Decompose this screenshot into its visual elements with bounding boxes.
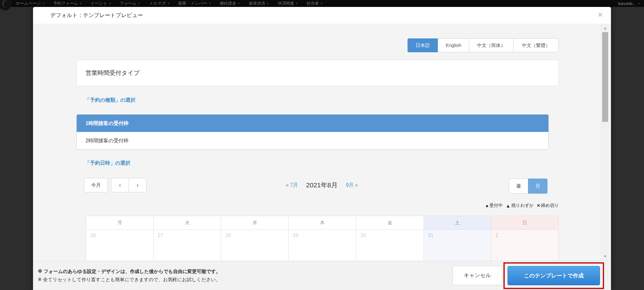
triangle-icon: ▲: [506, 203, 510, 208]
weekday-header-mon: 月: [86, 216, 154, 230]
nav-item-label: 継続課金: [220, 1, 236, 6]
availability-legend: ●受付中 ▲残りわずか ×締め切り: [486, 202, 559, 209]
nav-item-reservation-form[interactable]: 予約フォーム▼: [53, 1, 82, 6]
modal-scrollbar[interactable]: ▲ ▼: [601, 24, 609, 261]
calendar-cell[interactable]: 1: [491, 230, 559, 261]
scroll-down-icon[interactable]: ▼: [601, 254, 609, 258]
close-icon[interactable]: ×: [598, 10, 603, 20]
weekday-header-sat: 土: [424, 216, 491, 230]
nav-item-label: 担当者: [307, 1, 319, 6]
day-number: 31: [424, 230, 491, 238]
calendar-cell[interactable]: 30: [356, 230, 424, 261]
nav-item-form[interactable]: フォーム▼: [120, 1, 141, 6]
tab-chinese-traditional[interactable]: 中文（繁體）: [513, 38, 559, 52]
chevron-down-icon: ▼: [209, 2, 211, 5]
weekday-header-wed: 水: [221, 216, 289, 230]
scroll-up-icon[interactable]: ▲: [601, 26, 609, 30]
cancel-button[interactable]: キャンセル: [452, 266, 502, 285]
footer-note-2: ※ 全てリセットして作り直すことも簡単にできますので、お気軽にお試しください。: [38, 276, 452, 284]
nav-item-homepage[interactable]: ホームページ▼: [16, 1, 45, 6]
legend-label: 締め切り: [541, 203, 559, 208]
weekday-header-fri: 金: [356, 216, 424, 230]
footer-note-1: ※ フォームのあらゆる設定・デザインは、作成した後からでも自由に変更可能です。: [38, 267, 452, 276]
chevron-down-icon: ▼: [42, 2, 45, 5]
modal-title: デフォルト：テンプレートプレビュー: [50, 7, 143, 24]
nav-item-payment-related[interactable]: 決済関連▼: [278, 1, 298, 6]
calendar-cell[interactable]: 29: [289, 230, 356, 261]
nav-item-event[interactable]: イベント▼: [91, 1, 111, 6]
calendar-cell[interactable]: 26: [86, 230, 154, 261]
day-number: 1: [491, 230, 558, 238]
modal-footer: ※ フォームのあらゆる設定・デザインは、作成した後からでも自由に変更可能です。 …: [33, 261, 611, 290]
form-title-card: 営業時間受付タイプ: [76, 60, 559, 86]
top-navigation: ホームページ▼ 予約フォーム▼ イベント▼ フォーム▼ メルマガ▼ 顧客・メンバ…: [0, 0, 644, 7]
nav-item-staff[interactable]: 担当者▼: [307, 1, 323, 6]
reservation-type-list: 1時間接客の受付枠 2時間接客の受付枠: [76, 114, 549, 150]
week-view-button[interactable]: 週: [509, 179, 528, 194]
nav-item-label: フォーム: [120, 1, 136, 6]
tab-japanese[interactable]: 日本語: [408, 38, 438, 52]
modal-header: デフォルト：テンプレートプレビュー ×: [33, 7, 611, 24]
nav-item-label: イベント: [91, 1, 107, 6]
tab-english[interactable]: English: [438, 38, 469, 52]
scrollbar-thumb[interactable]: [602, 32, 608, 122]
month-navigation: « 7月 2021年8月 9月 »: [85, 178, 559, 192]
language-tabs: 日本語 English 中文（简体） 中文（繁體）: [408, 38, 559, 52]
chevron-down-icon: ▼: [109, 2, 111, 5]
user-menu[interactable]: futoshib...▼: [618, 0, 640, 7]
chevron-down-icon: ▼: [167, 2, 170, 5]
legend-item-open: ●受付中: [486, 202, 502, 209]
calendar-view-toggle: 週 月: [509, 179, 547, 194]
weekday-header-thu: 木: [289, 216, 356, 230]
chevron-down-icon: ▼: [138, 2, 141, 5]
nav-item-onetime-payment[interactable]: 単発決済▼: [249, 1, 269, 6]
nav-item-label: 決済関連: [278, 1, 294, 6]
option-2hour-slot[interactable]: 2時間接客の受付枠: [77, 132, 548, 150]
prev-month-link[interactable]: « 7月: [286, 182, 298, 189]
create-from-template-button[interactable]: このテンプレートで作成: [508, 266, 600, 285]
month-view-button[interactable]: 月: [528, 179, 547, 194]
weekday-header-tue: 火: [153, 216, 221, 230]
chevron-down-icon: ▼: [238, 2, 240, 5]
chevron-down-icon: ▼: [638, 2, 640, 5]
nav-item-subscription-billing[interactable]: 継続課金▼: [220, 1, 240, 6]
chevron-down-icon: ▼: [267, 2, 269, 5]
chevron-down-icon: ▼: [80, 2, 82, 5]
nav-item-newsletter[interactable]: メルマガ▼: [149, 1, 170, 6]
circle-icon: ●: [486, 203, 488, 208]
nav-item-label: メルマガ: [149, 1, 166, 6]
legend-item-closed: ×締め切り: [537, 202, 559, 209]
cross-icon: ×: [537, 202, 540, 209]
form-title: 営業時間受付タイプ: [77, 60, 558, 86]
footer-notes: ※ フォームのあらゆる設定・デザインは、作成した後からでも自由に変更可能です。 …: [38, 267, 452, 284]
legend-item-few-left: ▲残りわずか: [506, 202, 534, 209]
chevron-down-icon: ▼: [320, 2, 323, 5]
reservation-type-heading: 「予約の種類」の選択: [85, 97, 136, 104]
weekday-header-sun: 日: [491, 216, 559, 230]
day-number: 27: [154, 230, 221, 238]
nav-item-customers[interactable]: 顧客・メンバー▼: [178, 1, 211, 6]
next-month-link[interactable]: 9月 »: [346, 182, 358, 189]
option-1hour-slot[interactable]: 1時間接客の受付枠: [77, 115, 548, 132]
calendar-week-row: 26 27 28 29 30 31 1: [86, 230, 559, 261]
day-number: 26: [86, 230, 153, 238]
legend-label: 残りわずか: [511, 203, 534, 208]
nav-item-label: ホームページ: [16, 1, 41, 6]
modal-body: 日本語 English 中文（简体） 中文（繁體） 営業時間受付タイプ 「予約の…: [33, 24, 611, 261]
current-month-title: 2021年8月: [306, 181, 337, 190]
calendar-cell[interactable]: 27: [153, 230, 221, 261]
calendar-cell[interactable]: 31: [424, 230, 491, 261]
calendar-cell[interactable]: 28: [221, 230, 289, 261]
day-number: 29: [289, 230, 356, 238]
reservation-datetime-heading: 「予約日時」の選択: [85, 160, 130, 167]
app-logo-icon[interactable]: [0, 0, 12, 10]
template-preview-modal: デフォルト：テンプレートプレビュー × 日本語 English 中文（简体） 中…: [33, 7, 611, 290]
nav-item-label: 単発決済: [249, 1, 265, 6]
nav-item-label: 予約フォーム: [53, 1, 78, 6]
chevron-down-icon: ▼: [296, 2, 298, 5]
legend-label: 受付中: [489, 203, 502, 208]
tab-chinese-simplified[interactable]: 中文（简体）: [469, 38, 514, 52]
day-number: 28: [221, 230, 288, 238]
day-number: 30: [357, 230, 423, 238]
annotation-highlight-box: このテンプレートで作成: [503, 262, 604, 289]
